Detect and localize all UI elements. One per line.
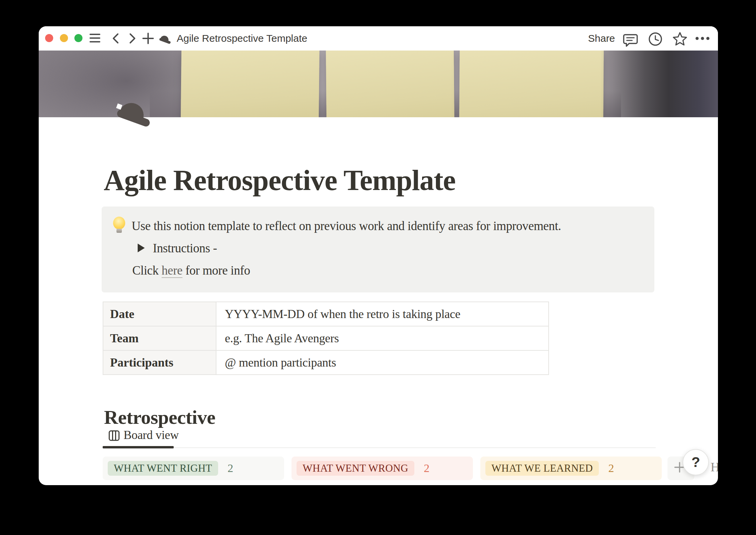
- sidebar-menu-icon[interactable]: [90, 34, 100, 43]
- property-value-participants[interactable]: @ mention participants: [216, 351, 548, 374]
- back-icon[interactable]: [111, 32, 121, 44]
- info-prefix: Click: [132, 263, 162, 277]
- section-heading: Retrospective: [104, 406, 215, 429]
- group-count: 2: [228, 462, 233, 475]
- share-button[interactable]: Share: [588, 26, 615, 51]
- sticky-note: [181, 51, 319, 117]
- group-tag-pill[interactable]: WHAT WENT WRONG: [297, 461, 414, 476]
- help-button[interactable]: ?: [683, 449, 709, 475]
- notion-window: Agile Retrospective Template Share: [39, 26, 718, 485]
- page-title[interactable]: Agile Retrospective Template: [104, 162, 609, 199]
- table-row: Participants @ mention participants: [103, 351, 548, 375]
- clipped-text: H: [711, 460, 718, 474]
- here-link[interactable]: here: [162, 263, 182, 277]
- board-group-what-we-learned[interactable]: WHAT WE LEARNED 2: [480, 457, 662, 480]
- group-tag-pill[interactable]: WHAT WENT RIGHT: [108, 461, 218, 476]
- forward-icon[interactable]: [127, 32, 137, 44]
- cap-mini-icon: [157, 33, 173, 44]
- updates-clock-icon[interactable]: [648, 32, 663, 46]
- callout-text: Use this notion template to reflect on p…: [132, 219, 561, 233]
- instructions-toggle[interactable]: Instructions -: [153, 241, 217, 255]
- new-tab-icon[interactable]: [142, 32, 154, 44]
- group-count: 2: [424, 462, 429, 475]
- zoom-window-button[interactable]: [74, 34, 82, 42]
- board-group-what-went-wrong[interactable]: WHAT WENT WRONG 2: [291, 457, 473, 480]
- property-value-date[interactable]: YYYY-MM-DD of when the retro is taking p…: [216, 302, 548, 326]
- active-tab-underline: [103, 446, 174, 448]
- property-label-date: Date: [103, 302, 216, 326]
- sticky-note: [459, 51, 604, 117]
- toggle-triangle-icon[interactable]: [138, 244, 145, 252]
- info-suffix: for more info: [182, 263, 250, 277]
- table-row: Date YYYY-MM-DD of when the retro is tak…: [103, 302, 548, 326]
- table-row: Team e.g. The Agile Avengers: [103, 326, 548, 351]
- cover-dark-edge: [600, 51, 718, 117]
- property-label-team: Team: [103, 326, 216, 350]
- close-window-button[interactable]: [45, 34, 53, 42]
- group-tag-pill[interactable]: WHAT WE LEARNED: [485, 461, 599, 476]
- property-label-participants: Participants: [103, 351, 216, 374]
- info-line: Click here for more info: [132, 263, 250, 278]
- window-titlebar: Agile Retrospective Template Share: [39, 26, 718, 51]
- lightbulb-icon: [112, 217, 126, 234]
- cap-page-icon[interactable]: [110, 96, 156, 128]
- group-count: 2: [608, 462, 614, 475]
- properties-table: Date YYYY-MM-DD of when the retro is tak…: [103, 302, 549, 375]
- view-tabs-divider: [103, 447, 656, 448]
- board-group-what-went-right[interactable]: WHAT WENT RIGHT 2: [103, 457, 284, 480]
- callout-block: Use this notion template to reflect on p…: [102, 207, 654, 292]
- desktop-background: Agile Retrospective Template Share: [0, 0, 756, 535]
- property-value-team[interactable]: e.g. The Agile Avengers: [216, 326, 548, 350]
- minimize-window-button[interactable]: [60, 34, 68, 42]
- titlebar-document-title: Agile Retrospective Template: [177, 26, 307, 51]
- board-view-icon: [108, 430, 120, 441]
- sticky-note: [326, 51, 454, 117]
- tab-board-view[interactable]: Board view: [124, 428, 179, 442]
- favorite-star-icon[interactable]: [672, 31, 688, 47]
- more-icon[interactable]: [695, 36, 710, 40]
- comment-icon[interactable]: [623, 32, 638, 47]
